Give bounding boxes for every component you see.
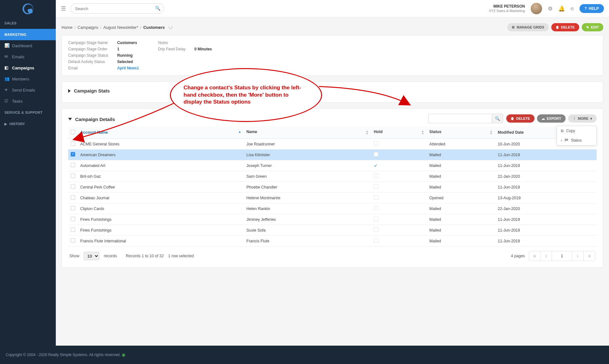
col-account[interactable]: Account Name: [78, 126, 244, 139]
table-row[interactable]: ACME General StoresJoe RoadrunnerAttende…: [68, 139, 597, 150]
pager-last[interactable]: »: [584, 251, 595, 261]
pencil-icon: ✎: [586, 26, 589, 29]
details-delete-button[interactable]: 🗑 DELETE: [506, 114, 534, 123]
nav-item-members[interactable]: 👥 Members: [0, 73, 56, 85]
details-header[interactable]: Campaign Details: [68, 115, 428, 122]
col-status[interactable]: Status: [427, 126, 495, 139]
details-search-input[interactable]: [428, 114, 492, 123]
table-row[interactable]: Fines FurnishingsJiminey JefferiesMailed…: [68, 214, 597, 225]
search-icon[interactable]: 🔍: [155, 6, 160, 10]
manage-grids-label: MANAGE GRIDS: [517, 25, 544, 29]
cell-hold: [371, 171, 427, 182]
table-row[interactable]: American DreamersLisa KilmisterMailed11-…: [68, 150, 597, 160]
nav-section-marketing[interactable]: MARKETING: [0, 29, 56, 40]
stats-header[interactable]: Campaign Stats: [68, 87, 597, 97]
nav-section-service[interactable]: SERVICE & SUPPORT: [0, 107, 56, 118]
hold-checkbox[interactable]: [374, 227, 378, 232]
row-checkbox[interactable]: [71, 184, 75, 189]
hold-checkbox[interactable]: [374, 152, 378, 156]
search-input[interactable]: [70, 3, 164, 14]
nav-item-campaigns[interactable]: ◧ Campaigns: [0, 62, 56, 73]
topbar: ☰ 🔍 MIKE PETERSON XYZ Sales & Marketing …: [56, 0, 609, 17]
pager-next[interactable]: ›: [572, 251, 584, 261]
avatar[interactable]: [531, 3, 542, 14]
brand-logo[interactable]: [23, 3, 33, 14]
manage-grids-button[interactable]: ⚙ MANAGE GRIDS: [507, 23, 549, 31]
col-name[interactable]: Name: [244, 126, 371, 139]
logo-area: [0, 0, 56, 17]
row-checkbox[interactable]: [71, 141, 75, 146]
row-checkbox[interactable]: [71, 163, 75, 167]
more-item-status[interactable]: ‹ ⛿ Status: [557, 136, 596, 145]
summary-grid: Campaign Stage NameCustomersCampaign Sta…: [68, 41, 597, 70]
table-row[interactable]: Central Perk CoffeePhoebe ChandlerMailed…: [68, 182, 597, 193]
breadcrumb-home[interactable]: Home: [62, 25, 73, 30]
breadcrumb: Home / Campaigns / August Newsletter* / …: [62, 25, 172, 30]
nav-item-send-emails[interactable]: ✈ Send Emails: [0, 85, 56, 96]
logout-icon[interactable]: ⎋: [571, 6, 574, 11]
dashboard-icon: 📊: [4, 43, 9, 48]
hold-checkbox[interactable]: [374, 141, 378, 146]
summary-value[interactable]: April News1: [117, 66, 139, 70]
details-search-button[interactable]: 🔍: [492, 114, 503, 123]
pager-first[interactable]: «: [529, 251, 541, 261]
summary-label: Default Activity Status: [68, 60, 108, 64]
row-checkbox[interactable]: [71, 174, 75, 178]
summary-value: 0 Minutes: [194, 47, 212, 51]
row-checkbox[interactable]: [71, 238, 75, 243]
row-checkbox[interactable]: [71, 227, 75, 232]
summary-label: Notes: [158, 41, 185, 45]
hold-checkbox[interactable]: [374, 206, 378, 210]
hold-checkbox[interactable]: [374, 195, 378, 200]
gears-icon[interactable]: ⚙: [548, 6, 553, 11]
hold-checkbox[interactable]: [374, 217, 378, 221]
hold-checkbox[interactable]: [374, 184, 378, 189]
table-row[interactable]: Brit-ish GazSam GreenMailed22-Jan-2020: [68, 171, 597, 182]
nav-history[interactable]: ▶ HISTORY: [0, 118, 56, 130]
breadcrumb-campaigns[interactable]: Campaigns: [77, 25, 98, 30]
nav-item-label: Emails: [12, 54, 24, 59]
cell-hold: [371, 139, 427, 150]
more-button[interactable]: ⋮ MORE ▾: [568, 114, 597, 123]
bullhorn-icon: ◧: [4, 66, 9, 70]
row-checkbox[interactable]: [71, 152, 75, 156]
details-toolbar: Campaign Details 🔍 🗑 DELETE: [68, 114, 597, 123]
breadcrumb-newsletter[interactable]: August Newsletter*: [103, 25, 139, 30]
table-row[interactable]: Clipton CardsHelen RankinMailed22-Jan-20…: [68, 203, 597, 214]
help-button[interactable]: ? HELP: [580, 4, 604, 13]
user-block[interactable]: MIKE PETERSON XYZ Sales & Marketing: [489, 4, 525, 13]
hamburger-icon[interactable]: ☰: [61, 5, 66, 12]
delete-button[interactable]: 🗑 DELETE: [551, 23, 579, 31]
cell-account: Fines Furnishings: [78, 225, 244, 236]
row-checkbox[interactable]: [71, 217, 75, 221]
pager-prev[interactable]: ‹: [541, 251, 552, 261]
table-row[interactable]: Chateau JournalHelene MontmartreOpened13…: [68, 193, 597, 203]
table-row[interactable]: Francis Flute InternationalFrancis Flute…: [68, 236, 597, 246]
cell-modified: 22-Jan-2020: [495, 171, 597, 182]
cell-account: Central Perk Coffee: [78, 182, 244, 193]
col-hold[interactable]: Hold: [371, 126, 427, 139]
hold-checkbox[interactable]: [374, 174, 378, 178]
cell-modified: 11-Jun-2019: [495, 150, 597, 160]
more-item-copy[interactable]: ⧉ Copy: [557, 126, 596, 136]
loading-spinner-icon: [169, 25, 172, 29]
cell-status: Mailed: [427, 182, 495, 193]
table-row[interactable]: Fines FurnishingsSusie SofaMailed11-Jun-…: [68, 225, 597, 236]
bell-icon[interactable]: 🔔: [558, 6, 565, 11]
nav-item-tasks[interactable]: ☑ Tasks: [0, 96, 56, 107]
pager-current: 1: [552, 251, 572, 261]
cell-hold: ✔: [371, 160, 427, 171]
table-row[interactable]: Automated ArtJoseph Turner✔Mailed11-Jun-…: [68, 160, 597, 171]
page-size-select[interactable]: 10: [84, 252, 99, 260]
nav-item-dashboard[interactable]: 📊 Dashboard: [0, 40, 56, 51]
hold-checkbox[interactable]: [374, 238, 378, 243]
row-checkbox[interactable]: [71, 206, 75, 210]
row-checkbox[interactable]: [71, 195, 75, 200]
select-all-checkbox[interactable]: [71, 130, 75, 134]
nav-item-emails[interactable]: ✉ Emails: [0, 51, 56, 62]
nav-section-sales[interactable]: SALES: [0, 17, 56, 29]
edit-button[interactable]: ✎ EDIT: [582, 23, 603, 31]
export-button[interactable]: ☁ EXPORT: [537, 114, 566, 123]
breadcrumb-row: Home / Campaigns / August Newsletter* / …: [62, 23, 603, 31]
cell-account: American Dreamers: [78, 150, 244, 160]
